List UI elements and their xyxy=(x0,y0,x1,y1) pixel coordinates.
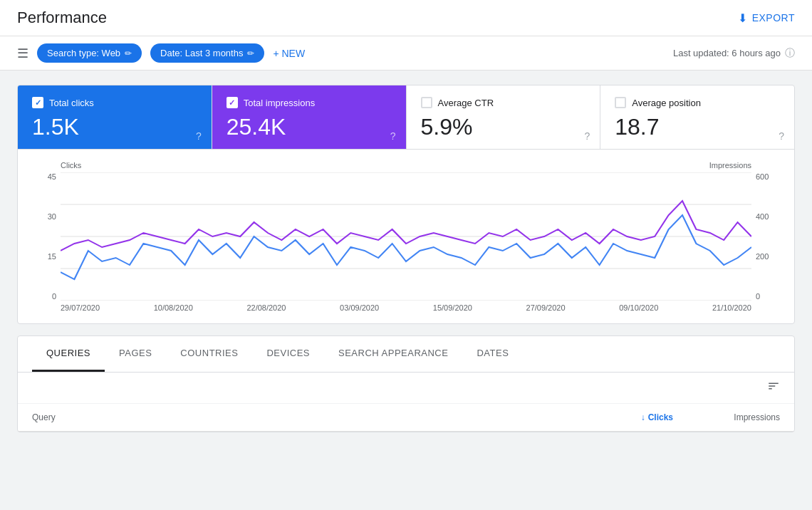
y-tick-left-2: 15 xyxy=(48,252,56,261)
chart-svg xyxy=(61,172,751,301)
metric-label-clicks: Total clicks xyxy=(49,98,94,108)
metric-value-impressions: 25.4K xyxy=(227,114,392,140)
pencil-icon-date: ✏ xyxy=(247,48,254,58)
search-type-chip[interactable]: Search type: Web ✏ xyxy=(37,43,142,63)
top-bar: Performance ⬇ EXPORT xyxy=(0,0,812,36)
date-range-label: Date: Last 3 months xyxy=(160,48,243,58)
col-header-impressions: Impressions xyxy=(673,412,780,422)
metric-value-ctr: 5.9% xyxy=(421,114,586,140)
help-icon-impressions[interactable]: ? xyxy=(390,130,396,142)
metric-header-clicks: ✓ Total clicks xyxy=(32,97,197,108)
filter-menu-icon[interactable]: ☰ xyxy=(17,46,28,61)
new-filter-button[interactable]: + NEW xyxy=(273,48,305,59)
metric-label-position: Average position xyxy=(632,98,701,108)
checkmark-impressions: ✓ xyxy=(229,98,235,108)
metric-tile-ctr[interactable]: Average CTR 5.9% ? xyxy=(407,85,601,149)
x-label-1: 10/08/2020 xyxy=(154,303,193,312)
main-content: ✓ Total clicks 1.5K ? ✓ Total impression… xyxy=(0,71,812,447)
metric-header-ctr: Average CTR xyxy=(421,97,586,108)
checkbox-position[interactable] xyxy=(615,97,626,108)
x-label-6: 09/10/2020 xyxy=(619,303,658,312)
metrics-card: ✓ Total clicks 1.5K ? ✓ Total impression… xyxy=(17,85,795,324)
tab-dates[interactable]: DATES xyxy=(462,336,523,372)
last-updated: Last updated: 6 hours ago ⓘ xyxy=(673,47,795,60)
checkbox-clicks[interactable]: ✓ xyxy=(32,97,43,108)
col-header-query: Query xyxy=(32,412,566,422)
tab-queries[interactable]: QUERIES xyxy=(32,336,105,372)
help-icon-clicks[interactable]: ? xyxy=(196,130,202,142)
metrics-row: ✓ Total clicks 1.5K ? ✓ Total impression… xyxy=(18,85,794,150)
tab-countries[interactable]: COUNTRIES xyxy=(166,336,252,372)
y-tick-left-1: 30 xyxy=(48,212,56,221)
search-type-label: Search type: Web xyxy=(47,48,120,58)
filter-rows-icon xyxy=(767,380,780,392)
tab-devices[interactable]: DEVICES xyxy=(252,336,324,372)
help-icon-ctr[interactable]: ? xyxy=(584,130,590,142)
metric-tile-clicks[interactable]: ✓ Total clicks 1.5K ? xyxy=(18,85,212,149)
last-updated-text: Last updated: 6 hours ago xyxy=(673,48,781,58)
y-tick-left-0: 45 xyxy=(48,172,56,181)
x-label-3: 03/09/2020 xyxy=(340,303,379,312)
y-tick-right-3: 0 xyxy=(756,292,760,301)
y-tick-left-3: 0 xyxy=(52,292,56,301)
metric-label-impressions: Total impressions xyxy=(244,98,315,108)
page-title: Performance xyxy=(17,9,107,27)
checkbox-ctr[interactable] xyxy=(421,97,432,108)
x-label-7: 21/10/2020 xyxy=(712,303,751,312)
new-filter-label: + NEW xyxy=(273,48,305,59)
y-axis-left: 45 30 15 0 xyxy=(32,172,61,301)
help-icon[interactable]: ⓘ xyxy=(785,47,795,60)
y-tick-right-2: 200 xyxy=(756,252,769,261)
y-tick-right-0: 600 xyxy=(756,172,769,181)
metric-header-position: Average position xyxy=(615,97,780,108)
x-label-0: 29/07/2020 xyxy=(61,303,100,312)
tab-pages[interactable]: PAGES xyxy=(105,336,166,372)
metric-tile-impressions[interactable]: ✓ Total impressions 25.4K ? xyxy=(212,85,407,149)
export-button[interactable]: ⬇ EXPORT xyxy=(738,11,795,25)
filter-bar: ☰ Search type: Web ✏ Date: Last 3 months… xyxy=(0,36,812,71)
pencil-icon: ✏ xyxy=(125,48,132,58)
chart-left-axis-label: Clicks xyxy=(61,161,81,170)
checkmark-clicks: ✓ xyxy=(35,98,41,108)
top-bar-left: Performance xyxy=(17,9,107,27)
chart-svg-container xyxy=(61,172,751,301)
col-header-clicks[interactable]: ↓ Clicks xyxy=(566,412,673,422)
table-filter-button[interactable] xyxy=(767,380,780,396)
table-header: Query ↓ Clicks Impressions xyxy=(18,404,794,432)
x-label-4: 15/09/2020 xyxy=(433,303,472,312)
tabs-row: QUERIES PAGES COUNTRIES DEVICES SEARCH A… xyxy=(18,336,794,373)
x-axis-labels: 29/07/2020 10/08/2020 22/08/2020 03/09/2… xyxy=(61,303,751,312)
sort-arrow-icon: ↓ xyxy=(641,412,645,422)
export-label: EXPORT xyxy=(752,12,795,24)
checkbox-impressions[interactable]: ✓ xyxy=(227,97,238,108)
help-icon-position[interactable]: ? xyxy=(779,130,784,142)
chart-right-axis-label: Impressions xyxy=(709,161,751,170)
metric-label-ctr: Average CTR xyxy=(438,98,494,108)
metric-value-position: 18.7 xyxy=(615,114,780,140)
y-axis-right: 600 400 200 0 xyxy=(751,172,780,301)
chart-area: Clicks Impressions 45 30 15 0 xyxy=(18,150,794,323)
metric-tile-position[interactable]: Average position 18.7 ? xyxy=(600,85,794,149)
tab-search-appearance[interactable]: SEARCH APPEARANCE xyxy=(324,336,462,372)
y-tick-right-1: 400 xyxy=(756,212,769,221)
metric-value-clicks: 1.5K xyxy=(32,114,197,140)
x-label-2: 22/08/2020 xyxy=(246,303,286,312)
download-icon: ⬇ xyxy=(738,11,748,25)
x-label-5: 27/09/2020 xyxy=(526,303,566,312)
date-range-chip[interactable]: Date: Last 3 months ✏ xyxy=(150,43,264,63)
table-toolbar xyxy=(18,373,794,404)
col-clicks-label: Clicks xyxy=(648,412,673,422)
bottom-card: QUERIES PAGES COUNTRIES DEVICES SEARCH A… xyxy=(17,335,795,432)
metric-header-impressions: ✓ Total impressions xyxy=(227,97,392,108)
